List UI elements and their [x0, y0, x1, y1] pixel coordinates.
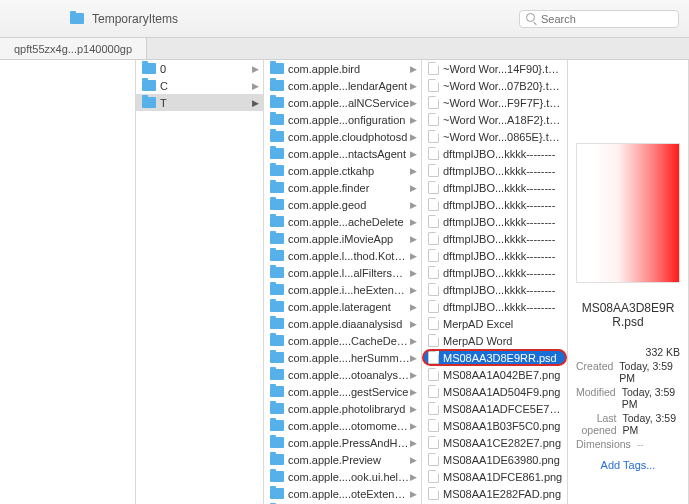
list-item[interactable]: ~Word Wor...F9F7F}.tmp: [422, 94, 567, 111]
list-item[interactable]: dftmpIJBO...kkkk--------: [422, 162, 567, 179]
preview-thumbnail: [576, 143, 680, 283]
list-item[interactable]: com.apple.l...thod.Kotoeri▶: [264, 247, 421, 264]
list-item[interactable]: dftmpIJBO...kkkk--------: [422, 298, 567, 315]
chevron-right-icon: ▶: [252, 81, 259, 91]
list-item[interactable]: dftmpIJBO...kkkk--------: [422, 230, 567, 247]
list-item[interactable]: MS08AA1DFCE861.png: [422, 468, 567, 485]
list-item[interactable]: C▶: [136, 77, 263, 94]
item-label: dftmpIJBO...kkkk--------: [443, 250, 555, 262]
list-item[interactable]: com.apple...alNCService▶: [264, 94, 421, 111]
item-label: com.apple.iMovieApp: [288, 233, 393, 245]
list-item[interactable]: dftmpIJBO...kkkk--------: [422, 264, 567, 281]
folder-icon: [270, 165, 284, 176]
tab-item[interactable]: qpft55zx4g...p140000gp: [0, 38, 147, 59]
item-label: ~Word Wor...A18F2}.tmp: [443, 114, 563, 126]
list-item[interactable]: com.apple.ctkahp▶: [264, 162, 421, 179]
list-item[interactable]: com.apple....herSummary▶: [264, 349, 421, 366]
list-item[interactable]: com.apple.cloudphotosd▶: [264, 128, 421, 145]
search-input[interactable]: [541, 13, 672, 25]
list-item[interactable]: dftmpIJBO...kkkk--------: [422, 145, 567, 162]
folder-icon: [270, 488, 284, 499]
list-item[interactable]: ~Word Wor...14F90}.tmp: [422, 60, 567, 77]
file-icon: [428, 79, 439, 92]
list-item[interactable]: com.apple.geod▶: [264, 196, 421, 213]
list-item[interactable]: MS08AA1A042BE7.png: [422, 366, 567, 383]
list-item[interactable]: com.apple.photolibraryd▶: [264, 400, 421, 417]
list-item[interactable]: com.apple.iMovieApp▶: [264, 230, 421, 247]
list-item[interactable]: MS08AA1E282FAD.png: [422, 485, 567, 502]
list-item[interactable]: com.apple.Preview▶: [264, 451, 421, 468]
meta-size: 332 KB: [646, 346, 680, 358]
list-item[interactable]: com.apple.i...heExtension▶: [264, 281, 421, 298]
item-label: MS08AA1CE282E7.png: [443, 437, 561, 449]
list-item[interactable]: MerpAD Word: [422, 332, 567, 349]
item-label: dftmpIJBO...kkkk--------: [443, 267, 555, 279]
list-item[interactable]: com.apple.finder▶: [264, 179, 421, 196]
list-item[interactable]: com.apple....otoanalysisd▶: [264, 366, 421, 383]
file-icon: [428, 147, 439, 160]
folder-icon: [270, 80, 284, 91]
list-item[interactable]: ~Word Wor...0865E}.tmp: [422, 128, 567, 145]
list-item[interactable]: MS08AA1B03F5C0.png: [422, 417, 567, 434]
chevron-right-icon: ▶: [410, 268, 417, 278]
list-item[interactable]: 0▶: [136, 60, 263, 77]
list-item[interactable]: dftmpIJBO...kkkk--------: [422, 179, 567, 196]
meta-dimensions: --: [637, 438, 680, 450]
file-icon: [428, 402, 439, 415]
list-item[interactable]: MS08AA1ADFCE5E7.png: [422, 400, 567, 417]
list-item[interactable]: com.apple...ntactsAgent▶: [264, 145, 421, 162]
item-label: C: [160, 80, 168, 92]
list-item[interactable]: com.apple....gestService▶: [264, 383, 421, 400]
folder-icon: [270, 420, 284, 431]
file-icon: [428, 215, 439, 228]
chevron-right-icon: ▶: [252, 98, 259, 108]
chevron-right-icon: ▶: [410, 421, 417, 431]
list-item[interactable]: dftmpIJBO...kkkk--------: [422, 281, 567, 298]
list-item[interactable]: MS08AA1DE63980.png: [422, 451, 567, 468]
meta-lastopened: Today, 3:59 PM: [623, 412, 680, 436]
item-label: MS08AA1A042BE7.png: [443, 369, 560, 381]
chevron-right-icon: ▶: [410, 234, 417, 244]
list-item[interactable]: com.apple...onfiguration▶: [264, 111, 421, 128]
column-0[interactable]: [0, 60, 136, 504]
path-current[interactable]: TemporaryItems: [70, 12, 178, 26]
file-icon: [428, 62, 439, 75]
list-item[interactable]: dftmpIJBO...kkkk--------: [422, 196, 567, 213]
add-tags-link[interactable]: Add Tags...: [576, 459, 680, 471]
item-label: com.apple.l...alFiltersXPC: [288, 267, 410, 279]
list-item[interactable]: com.apple....oteExtension▶: [264, 485, 421, 502]
list-item[interactable]: com.apple....ook.ui.helper▶: [264, 468, 421, 485]
item-label: ~Word Wor...0865E}.tmp: [443, 131, 563, 143]
list-item[interactable]: com.apple.PressAndHold▶: [264, 434, 421, 451]
list-item[interactable]: ~Word Wor...07B20}.tmp: [422, 77, 567, 94]
list-item[interactable]: dftmpIJBO...kkkk--------: [422, 247, 567, 264]
list-item[interactable]: MS08AA3D8E9RR.psd: [422, 349, 567, 366]
list-item[interactable]: MS08AA1CE282E7.png: [422, 434, 567, 451]
folder-icon: [142, 97, 156, 108]
list-item[interactable]: com.apple.l...alFiltersXPC▶: [264, 264, 421, 281]
item-label: com.apple....otoanalysisd: [288, 369, 410, 381]
item-label: 0: [160, 63, 166, 75]
list-item[interactable]: MerpAD Excel: [422, 315, 567, 332]
list-item[interactable]: com.apple...acheDelete▶: [264, 213, 421, 230]
list-item[interactable]: T▶: [136, 94, 263, 111]
list-item[interactable]: MS08AA1AD504F9.png: [422, 383, 567, 400]
folder-icon: [270, 352, 284, 363]
list-item[interactable]: com.apple....otomoments▶: [264, 417, 421, 434]
list-item[interactable]: dftmpIJBO...kkkk--------: [422, 213, 567, 230]
list-item[interactable]: ~Word Wor...A18F2}.tmp: [422, 111, 567, 128]
folder-icon: [270, 182, 284, 193]
chevron-right-icon: ▶: [410, 438, 417, 448]
meta-modified-label: Modified: [576, 386, 616, 410]
column-2[interactable]: com.apple.bird▶com.apple...lendarAgent▶c…: [264, 60, 422, 504]
list-item[interactable]: com.apple.lateragent▶: [264, 298, 421, 315]
column-3[interactable]: ~Word Wor...14F90}.tmp~Word Wor...07B20}…: [422, 60, 568, 504]
item-label: MerpAD Word: [443, 335, 512, 347]
column-1[interactable]: 0▶C▶T▶: [136, 60, 264, 504]
item-label: dftmpIJBO...kkkk--------: [443, 182, 555, 194]
list-item[interactable]: com.apple...lendarAgent▶: [264, 77, 421, 94]
list-item[interactable]: com.apple.diaanalysisd▶: [264, 315, 421, 332]
list-item[interactable]: com.apple....CacheDelete▶: [264, 332, 421, 349]
search-field[interactable]: [519, 10, 679, 28]
list-item[interactable]: com.apple.bird▶: [264, 60, 421, 77]
